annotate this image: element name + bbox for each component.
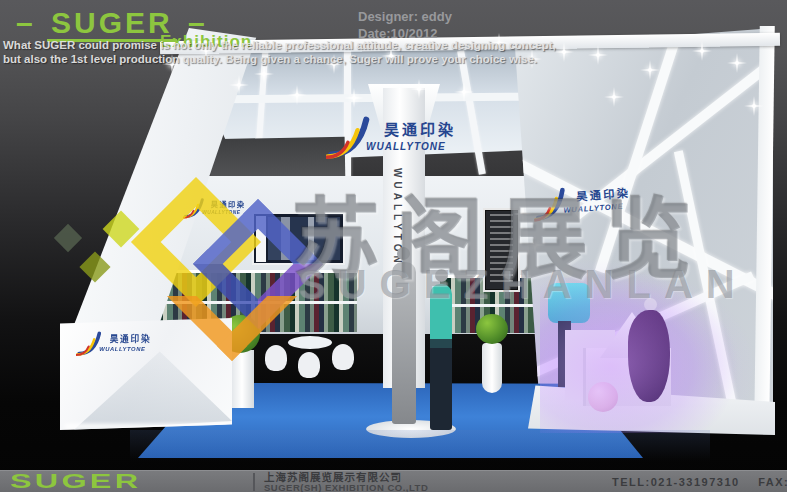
spotlight-sparkle-icon [417, 87, 421, 91]
logo-wordmark: SUGER [47, 6, 177, 42]
presentation-board: 昊通印染 WUALLYTONE 昊通印染 WUALLYTONE WUALLYTO… [0, 0, 787, 492]
brand-name-cn: 昊通印染 [211, 199, 246, 209]
wuallytone-swoosh-icon [326, 116, 382, 160]
topiary-ball [476, 314, 508, 344]
white-chair [265, 345, 287, 371]
contact-info: TELL:021-33197310 FAX:021-5034505 [612, 476, 787, 488]
spotlight-sparkle-icon [700, 49, 704, 53]
footer-bar: SUGER 上海苏阁展览展示有限公司 SUGER(SH) EXHIBITION … [0, 470, 787, 492]
spotlight-sparkle-icon [648, 68, 652, 72]
spotlight-sparkle-icon [352, 96, 356, 100]
project-meta: Designer: eddy Date:10/2012 [358, 8, 452, 42]
company-name-cn: 上海苏阁展览展示有限公司 [264, 472, 428, 483]
spotlight-sparkle-icon [752, 104, 756, 108]
wuallytone-swoosh-icon [532, 187, 576, 223]
brand-name-cn: 昊通印染 [110, 332, 152, 344]
intro-paragraph: What SUGER could promise is not only the… [3, 39, 561, 66]
wuallytone-swoosh-icon [76, 331, 108, 357]
mannequin-head [561, 266, 573, 278]
mannequin-gray [392, 262, 416, 424]
spotlight-sparkle-icon [596, 53, 600, 57]
spotlight-sparkle-icon [612, 95, 616, 99]
brand-logo-desk: 昊通印染 WUALLYTONE [76, 330, 163, 360]
brand-name-en: WUALLYTONE [366, 141, 446, 152]
brand-name-en: WUALLYTONE [202, 210, 240, 215]
planter [482, 343, 502, 393]
spotlight-sparkle-icon [562, 50, 566, 54]
info-poster [483, 208, 520, 292]
fax-label: FAX:021-5034505 [758, 476, 787, 488]
tv-screen [252, 212, 345, 265]
brand-name-cn: 昊通印染 [576, 184, 631, 203]
white-chair [332, 344, 354, 370]
brand-name-en: WUALLYTONE [99, 346, 145, 352]
spotlight-sparkle-icon [735, 61, 739, 65]
floor-reflection [130, 430, 710, 475]
spotlight-sparkle-icon [533, 243, 537, 247]
logo-dash: – [16, 6, 36, 39]
footer-suger-logo: SUGER [10, 469, 141, 492]
mannequin-teal-jacket [430, 284, 452, 430]
company-block: 上海苏阁展览展示有限公司 SUGER(SH) EXHIBITION CO.,LT… [264, 472, 428, 492]
spotlight-sparkle-icon [262, 72, 266, 76]
company-name-en: SUGER(SH) EXHIBITION CO.,LTD [264, 483, 428, 492]
brand-name-cn: 昊通印染 [384, 118, 456, 139]
display-sphere [588, 382, 618, 412]
spotlight-sparkle-icon [462, 90, 466, 94]
round-table [288, 336, 332, 349]
booth-render: 昊通印染 WUALLYTONE 昊通印染 WUALLYTONE WUALLYTO… [0, 0, 787, 492]
brand-logo-center: 昊通印染 WUALLYTONE [326, 114, 476, 166]
mannequin-teal-shirt [548, 283, 590, 323]
footer-divider [253, 473, 255, 491]
brand-logo-wall-sign: 昊通印染 WUALLYTONE [183, 197, 255, 222]
white-chair [298, 352, 320, 378]
wuallytone-swoosh-icon [183, 198, 210, 219]
spotlight-sparkle-icon [521, 212, 525, 216]
mannequin-purple-dress [628, 310, 670, 402]
brand-logo-right-wall: 昊通印染 WUALLYTONE [532, 180, 647, 227]
spotlight-sparkle-icon [295, 93, 299, 97]
tel-label: TELL:021-33197310 [612, 476, 740, 488]
spotlight-sparkle-icon [237, 83, 241, 87]
designer-label: Designer: eddy [358, 8, 452, 25]
planter [230, 350, 254, 408]
